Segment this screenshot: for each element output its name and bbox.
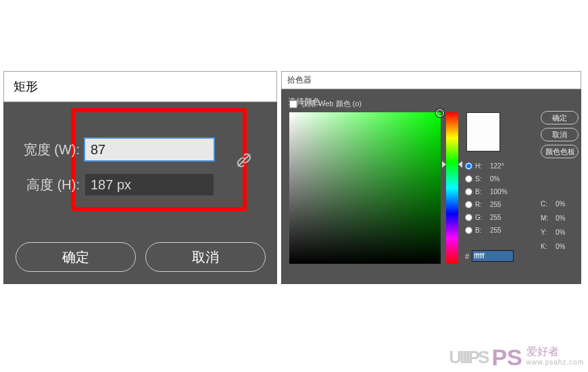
link-icon[interactable] [236,152,252,170]
value-k: 0% [556,243,565,250]
label-c: C: [541,200,553,208]
width-label: 宽度 (W): [16,141,85,159]
web-only-checkbox[interactable] [289,100,297,108]
label-m: M: [541,214,553,222]
hsb-rgb-group: H:122° S:0% B:100% R:255 G:255 B:255 [465,160,539,237]
height-input[interactable] [85,174,214,195]
value-g: 255 [490,214,501,221]
width-input[interactable] [85,139,214,160]
value-b: 100% [490,188,508,195]
height-label: 高度 (H): [16,176,85,194]
hue-slider[interactable] [446,112,458,264]
cancel-button[interactable]: 取消 [145,242,266,272]
picker-ok-button[interactable]: 确定 [541,111,579,124]
value-r: 255 [490,201,501,208]
label-bv: B: [475,227,487,234]
current-color [467,132,499,151]
hex-hash: # [465,252,469,260]
value-c: 0% [556,200,565,208]
rectangle-dialog: 矩形 宽度 (W): 高度 (H): 确定 取消 [3,71,277,284]
watermark-ps: PS [491,347,522,367]
watermark-text: 爱好者 [526,346,584,357]
radio-b[interactable] [465,188,472,195]
watermark: UIIIPS PS 爱好者 www.psahz.com [449,346,584,368]
picker-title: 拾色器 [281,71,581,89]
watermark-url: www.psahz.com [526,357,584,368]
label-y: Y: [541,229,553,236]
label-b: B: [475,188,487,195]
color-swatch [466,112,500,152]
picker-cancel-button[interactable]: 取消 [541,128,579,141]
saturation-value-field[interactable] [289,112,441,264]
value-h: 122° [490,162,504,170]
value-bv: 255 [490,227,501,234]
value-y: 0% [556,229,565,236]
dialog-title: 矩形 [3,71,277,102]
radio-r[interactable] [465,201,472,208]
sv-marker [436,109,444,117]
color-libraries-button[interactable]: 颜色色板 [541,145,579,158]
value-s: 0% [490,175,499,183]
watermark-logo: UIIIPS [449,347,487,368]
label-h: H: [475,162,487,170]
label-s: S: [475,175,487,183]
cmyk-group: C:0% M:0% Y:0% K:0% [541,197,579,254]
hex-input[interactable] [472,250,514,262]
new-color [467,113,499,132]
radio-bv[interactable] [465,227,472,234]
web-only-row[interactable]: 仅限 Web 颜色 (o) [289,99,362,109]
label-k: K: [541,243,553,250]
color-picker-dialog: 拾色器 选择颜色： 确定 取消 颜色色板 [281,71,581,284]
ok-button[interactable]: 确定 [16,242,136,272]
label-r: R: [475,201,487,208]
value-m: 0% [556,214,565,222]
radio-h[interactable] [465,162,472,170]
radio-s[interactable] [465,175,472,183]
web-only-label: 仅限 Web 颜色 (o) [301,99,362,109]
radio-g[interactable] [465,214,472,221]
label-g: G: [475,214,487,221]
